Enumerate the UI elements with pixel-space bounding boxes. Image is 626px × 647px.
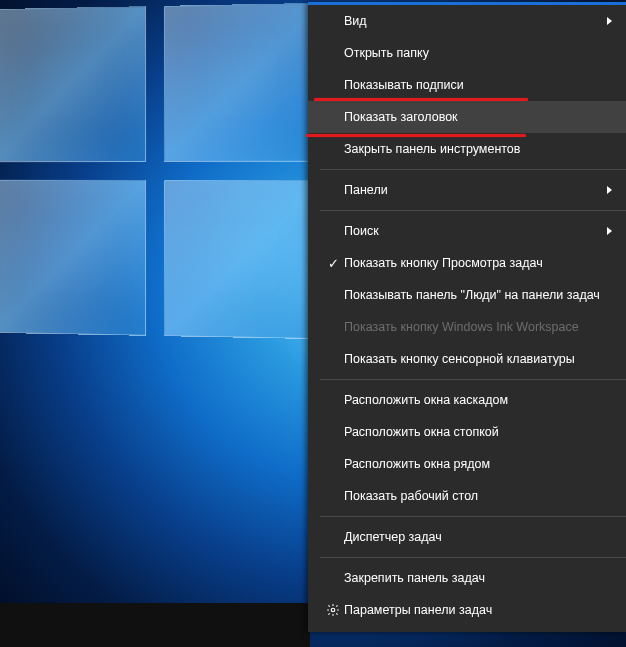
menu-separator — [320, 516, 626, 517]
menu-item-label: Панели — [344, 183, 607, 197]
menu-item-search[interactable]: Поиск — [308, 215, 626, 247]
menu-item-label: Расположить окна стопкой — [344, 425, 612, 439]
menu-item-label: Вид — [344, 14, 607, 28]
menu-item-lock-taskbar[interactable]: Закрепить панель задач — [308, 562, 626, 594]
svg-point-0 — [331, 608, 335, 612]
menu-item-show-desktop[interactable]: Показать рабочий стол — [308, 480, 626, 512]
menu-item-label: Расположить окна каскадом — [344, 393, 612, 407]
menu-item-label: Закрепить панель задач — [344, 571, 612, 585]
menu-item-touch-keyboard[interactable]: Показать кнопку сенсорной клавиатуры — [308, 343, 626, 375]
menu-item-taskbar-settings[interactable]: Параметры панели задач — [308, 594, 626, 626]
chevron-right-icon — [607, 227, 612, 235]
menu-item-show-captions[interactable]: Показывать подписи — [308, 69, 626, 101]
menu-item-label: Открыть папку — [344, 46, 612, 60]
taskbar[interactable] — [0, 603, 310, 647]
menu-separator — [320, 557, 626, 558]
gear-icon — [322, 603, 344, 617]
menu-item-cascade-windows[interactable]: Расположить окна каскадом — [308, 384, 626, 416]
menu-item-show-title[interactable]: Показать заголовок — [308, 101, 626, 133]
menu-item-taskview-button[interactable]: ✓ Показать кнопку Просмотра задач — [308, 247, 626, 279]
menu-item-view[interactable]: Вид — [308, 5, 626, 37]
menu-item-label: Закрыть панель инструментов — [344, 142, 612, 156]
menu-item-label: Показать кнопку Просмотра задач — [344, 256, 612, 270]
chevron-right-icon — [607, 186, 612, 194]
menu-separator — [320, 169, 626, 170]
menu-item-stack-windows[interactable]: Расположить окна стопкой — [308, 416, 626, 448]
menu-item-close-toolbar[interactable]: Закрыть панель инструментов — [308, 133, 626, 165]
menu-item-open-folder[interactable]: Открыть папку — [308, 37, 626, 69]
windows-logo — [0, 3, 322, 339]
menu-item-label: Поиск — [344, 224, 607, 238]
menu-item-label: Показывать панель "Люди" на панели задач — [344, 288, 612, 302]
menu-item-label: Показывать подписи — [344, 78, 612, 92]
menu-item-label: Показать заголовок — [344, 110, 612, 124]
menu-separator — [320, 379, 626, 380]
menu-item-label: Расположить окна рядом — [344, 457, 612, 471]
menu-item-people-panel[interactable]: Показывать панель "Люди" на панели задач — [308, 279, 626, 311]
menu-item-label: Параметры панели задач — [344, 603, 612, 617]
taskbar-context-menu: Вид Открыть папку Показывать подписи Пок… — [308, 2, 626, 632]
menu-item-label: Показать кнопку сенсорной клавиатуры — [344, 352, 612, 366]
menu-item-label: Показать рабочий стол — [344, 489, 612, 503]
check-icon: ✓ — [322, 256, 344, 271]
menu-separator — [320, 210, 626, 211]
menu-item-label: Показать кнопку Windows Ink Workspace — [344, 320, 612, 334]
menu-item-side-by-side[interactable]: Расположить окна рядом — [308, 448, 626, 480]
menu-item-label: Диспетчер задач — [344, 530, 612, 544]
menu-item-task-manager[interactable]: Диспетчер задач — [308, 521, 626, 553]
menu-item-panels[interactable]: Панели — [308, 174, 626, 206]
chevron-right-icon — [607, 17, 612, 25]
menu-item-ink-workspace: Показать кнопку Windows Ink Workspace — [308, 311, 626, 343]
